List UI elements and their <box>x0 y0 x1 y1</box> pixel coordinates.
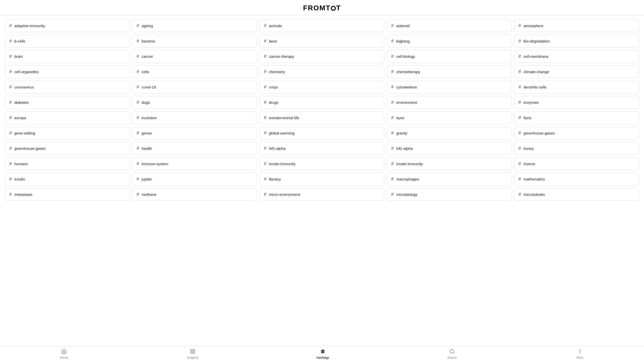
hashtag-item[interactable]: #innate-immunity <box>387 157 512 170</box>
hash-icon: # <box>391 146 394 151</box>
hashtag-item[interactable]: #bees <box>260 35 384 48</box>
hashtag-item[interactable]: #microtubules <box>514 188 639 201</box>
hashtag-item[interactable]: #metastasis <box>5 188 130 201</box>
hashtag-item[interactable]: #literacy <box>260 173 384 186</box>
hashtag-item[interactable]: #methane <box>132 188 257 201</box>
hashtag-item[interactable]: #chemotherapy <box>387 65 512 78</box>
hash-icon: # <box>137 84 139 90</box>
hashtag-label: genes <box>142 131 152 135</box>
hashtag-label: greenhouse-gases <box>524 131 555 135</box>
hashtag-item[interactable]: #b-cells <box>5 35 130 48</box>
hashtag-item[interactable]: #cancer <box>132 50 257 63</box>
nav-label-subjects: Subjects <box>187 356 198 359</box>
hashtag-item[interactable]: #bio-degradation <box>514 35 639 48</box>
hashtag-label: jupiter <box>142 177 152 181</box>
hashtag-label: bacteria <box>142 39 155 43</box>
hashtag-label: dogs <box>142 100 150 105</box>
hashtag-item[interactable]: #greenhouse-gases <box>5 142 130 155</box>
hashtag-item[interactable]: #dogs <box>132 96 257 109</box>
hashtag-item[interactable]: #cells <box>132 65 257 78</box>
hash-icon: # <box>391 23 394 28</box>
hash-icon: # <box>391 161 394 166</box>
hashtag-item[interactable]: #cytoskeleton <box>387 81 512 94</box>
hashtag-label: cytoskeleton <box>396 85 417 89</box>
nav-item-more[interactable]: More <box>570 347 590 361</box>
hashtag-item[interactable]: #brain <box>5 50 130 63</box>
hashtag-item[interactable]: #hif1-alpha <box>260 142 384 155</box>
hashtag-item[interactable]: #macrophages <box>387 173 512 186</box>
hashtag-item[interactable]: #honey <box>514 142 639 155</box>
hashtag-item[interactable]: #innate-immunity <box>260 157 384 170</box>
hashtag-item[interactable]: #dendritic-cells <box>514 81 639 94</box>
nav-label-hashtags: Hashtags <box>316 356 329 359</box>
hashtag-item[interactable]: #greenhouse-gases <box>514 127 639 140</box>
hashtag-item[interactable]: #cell-membrane <box>514 50 639 63</box>
hashtag-item[interactable]: #asteroid <box>387 19 512 32</box>
hashtag-item[interactable]: #coronavirus <box>5 81 130 94</box>
hashtag-item[interactable]: #covid-19 <box>132 81 257 94</box>
hashtag-item[interactable]: #eyes <box>387 111 512 124</box>
hashtag-item[interactable]: #bacteria <box>132 35 257 48</box>
hashtag-item[interactable]: #diabetes <box>5 96 130 109</box>
hashtag-item[interactable]: #gravity <box>387 127 512 140</box>
hashtag-item[interactable]: #humans <box>5 157 130 170</box>
hashtag-item[interactable]: #environment <box>387 96 512 109</box>
hash-icon: # <box>264 192 266 197</box>
hashtag-item[interactable]: #cell-biology <box>387 50 512 63</box>
svg-point-10 <box>580 350 580 350</box>
hashtag-item[interactable]: #chemistry <box>260 65 384 78</box>
nav-item-subjects[interactable]: Subjects <box>182 347 204 361</box>
hashtag-item[interactable]: #genes <box>132 127 257 140</box>
hash-icon: # <box>518 100 521 105</box>
hash-icon: # <box>391 115 394 120</box>
hashtag-item[interactable]: #drugs <box>260 96 384 109</box>
app-header: FROMTT <box>0 0 644 15</box>
hashtag-label: mathematics <box>524 177 545 181</box>
hash-icon: # <box>137 69 139 74</box>
hashtag-item[interactable]: #insects <box>514 157 639 170</box>
hash-icon: # <box>391 192 394 197</box>
hash-icon: # <box>391 100 394 105</box>
hashtag-item[interactable]: #animals <box>260 19 384 32</box>
hashtag-label: adaptive-immunity <box>14 24 45 28</box>
nav-item-search[interactable]: Search <box>442 347 462 361</box>
hash-icon: # <box>264 146 266 151</box>
hashtag-label: environment <box>396 100 417 105</box>
hashtag-item[interactable]: #ageing <box>132 19 257 32</box>
hashtag-item[interactable]: #bigbang <box>387 35 512 48</box>
hashtag-item[interactable]: #hif1-alpha <box>387 142 512 155</box>
hashtag-label: coronavirus <box>14 85 34 89</box>
hashtag-item[interactable]: #gene-editing <box>5 127 130 140</box>
nav-item-hashtags[interactable]: Hashtags <box>311 347 334 361</box>
hashtag-item[interactable]: #facts <box>514 111 639 124</box>
hashtag-item[interactable]: #mathematics <box>514 173 639 186</box>
hashtag-item[interactable]: #global-warming <box>260 127 384 140</box>
hashtag-label: immune-system <box>142 162 168 166</box>
hashtag-label: insects <box>524 162 535 166</box>
hashtag-label: chemotherapy <box>396 70 420 74</box>
hashtag-item[interactable]: #microbiology <box>387 188 512 201</box>
hashtag-item[interactable]: #enzymes <box>514 96 639 109</box>
hash-icon: # <box>9 23 12 28</box>
hashtag-item[interactable]: #crispr <box>260 81 384 94</box>
hashtag-label: chemistry <box>269 70 285 74</box>
hashtag-item[interactable]: #adaptive-immunity <box>5 19 130 32</box>
hashtag-item[interactable]: #immune-system <box>132 157 257 170</box>
svg-point-11 <box>580 351 580 352</box>
hash-icon: # <box>9 69 12 74</box>
hashtag-item[interactable]: #insulin <box>5 173 130 186</box>
svg-line-9 <box>453 352 454 353</box>
hashtag-label: facts <box>524 116 532 120</box>
hashtag-item[interactable]: #health <box>132 142 257 155</box>
hashtag-item[interactable]: #jupiter <box>132 173 257 186</box>
hashtag-item[interactable]: #micro-environment <box>260 188 384 201</box>
hashtag-item[interactable]: #europa <box>5 111 130 124</box>
nav-item-home[interactable]: Home <box>54 347 74 361</box>
hashtag-item[interactable]: #evolution <box>132 111 257 124</box>
hashtag-item[interactable]: #atmosphere <box>514 19 639 32</box>
hashtag-item[interactable]: #climate-change <box>514 65 639 78</box>
hashtag-item[interactable]: #cell-organelles <box>5 65 130 78</box>
hashtag-item[interactable]: #extraterrestrial-life <box>260 111 384 124</box>
hash-icon: # <box>518 23 521 28</box>
hashtag-item[interactable]: #cancer-therapy <box>260 50 384 63</box>
